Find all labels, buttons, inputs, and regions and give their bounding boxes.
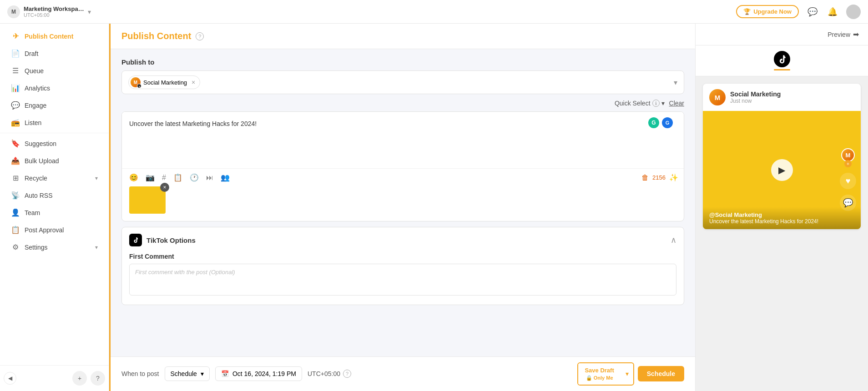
publish-to-chevron-icon: ▾ <box>674 78 677 87</box>
sidebar-item-queue[interactable]: ☰ Queue <box>4 62 105 79</box>
grammarly-icon[interactable]: G <box>648 117 659 128</box>
post-side-actions: M + ♥ 💬 <box>840 148 856 211</box>
workspace-timezone: UTC+05:00 <box>24 12 84 18</box>
messages-icon[interactable]: 💬 <box>806 5 819 18</box>
preview-content: M Social Marketing Just now ▶ M + <box>696 76 868 391</box>
help-icon[interactable]: ? <box>196 32 204 40</box>
play-button[interactable]: ▶ <box>771 159 793 181</box>
help-button[interactable]: ? <box>91 371 105 386</box>
timezone-display: UTC+05:00 ? <box>308 370 351 378</box>
timezone-help-icon[interactable]: ? <box>343 370 351 378</box>
quick-select-chevron-icon: ▾ <box>661 100 665 107</box>
sidebar-item-label-engage: Engage <box>25 102 46 109</box>
topbar-right: 🏆 Upgrade Now 💬 🔔 <box>736 5 861 19</box>
like-button[interactable]: ♥ <box>840 173 856 189</box>
publish-to-tags: M ● Social Marketing × <box>128 75 200 89</box>
sidebar-item-recycle[interactable]: ⊞ Recycle ▾ <box>4 170 105 186</box>
schedule-select[interactable]: Schedule ▾ <box>165 366 210 381</box>
tag-close-button[interactable]: × <box>192 79 195 86</box>
schedule-tool-button[interactable]: 🕐 <box>188 171 201 184</box>
team-mention-button[interactable]: 👥 <box>219 171 232 184</box>
tiktok-options-header[interactable]: TikTok Options ∧ <box>122 227 684 253</box>
tiktok-tab-icon <box>774 51 790 67</box>
platform-tabs <box>696 45 868 76</box>
quick-select-button[interactable]: Quick Select ℹ ▾ <box>615 100 665 107</box>
save-draft-button[interactable]: Save Draft 🔒 Only Me <box>578 363 620 385</box>
delete-icon[interactable]: 🗑 <box>641 174 649 182</box>
tag-avatar: M ● <box>131 77 141 87</box>
sidebar-item-label-suggestion: Suggestion <box>25 140 56 147</box>
schedule-button[interactable]: Schedule <box>638 366 684 381</box>
tiktok-header-left: TikTok Options <box>129 234 196 246</box>
platform-tab-tiktok[interactable] <box>768 49 796 72</box>
preview-panel: Preview ➡ M Social Marketing <box>695 24 868 391</box>
sidebar-item-label-publish: Publish Content <box>25 33 73 40</box>
sidebar-item-engage[interactable]: 💬 Engage <box>4 97 105 114</box>
quick-select-info-icon: ℹ <box>652 100 660 107</box>
sidebar: ✈ Publish Content 📄 Draft ☰ Queue 📊 Anal… <box>0 0 109 391</box>
workspace-chevron-icon[interactable]: ▾ <box>88 8 91 15</box>
preview-arrow-icon: ➡ <box>853 30 859 39</box>
sidebar-item-approval[interactable]: 📋 Post Approval <box>4 221 105 238</box>
sidebar-item-analytics[interactable]: 📊 Analytics <box>4 80 105 96</box>
ai-enhance-button[interactable]: ✨ <box>669 173 678 182</box>
sidebar-item-draft[interactable]: 📄 Draft <box>4 45 105 62</box>
tag-social-marketing: M ● Social Marketing × <box>128 75 200 89</box>
sidebar-bottom: ◀ + ? <box>0 365 109 391</box>
image-button[interactable]: 📷 <box>144 171 156 184</box>
nav-section: ✈ Publish Content 📄 Draft ☰ Queue 📊 Anal… <box>0 24 109 365</box>
sidebar-collapse-button[interactable]: ◀ <box>4 372 16 385</box>
settings-icon: ⚙ <box>11 243 20 251</box>
tag-badge: ● <box>137 84 141 88</box>
sidebar-item-publish[interactable]: ✈ Publish Content <box>4 28 105 45</box>
post-author-avatar: M <box>709 89 726 105</box>
sidebar-item-bulk[interactable]: 📤 Bulk Upload <box>4 152 105 169</box>
arrow-tool-button[interactable]: ⏭ <box>204 172 215 184</box>
lock-icon: 🔒 <box>586 375 592 381</box>
post-overlay-text: Uncover the latest Marketing Hacks for 2… <box>709 218 854 225</box>
date-picker-button[interactable]: 📅 Oct 16, 2024, 1:19 PM <box>215 366 302 381</box>
upgrade-button[interactable]: 🏆 Upgrade Now <box>736 5 799 18</box>
sidebar-item-team[interactable]: 👤 Team <box>4 204 105 221</box>
text-editor-box: G G Uncover the latest Marketing Hacks f… <box>121 111 684 221</box>
media-thumbnail <box>129 186 166 214</box>
post-media-inner: ▶ M + ♥ 💬 @Social Marketing U <box>703 111 861 229</box>
bottom-right-actions: Save Draft 🔒 Only Me ▾ Schedule <box>577 362 684 386</box>
user-avatar[interactable] <box>846 5 861 19</box>
grammar-check-icon[interactable]: G <box>662 117 673 128</box>
sidebar-item-settings[interactable]: ⚙ Settings ▾ <box>4 239 105 256</box>
preview-button[interactable]: Preview ➡ <box>818 24 868 45</box>
bulk-icon: 📤 <box>11 156 20 165</box>
media-remove-button[interactable]: × <box>160 183 169 192</box>
post-user-plus-icon[interactable]: + <box>844 160 852 167</box>
timezone-text: UTC+05:00 <box>308 370 340 377</box>
sidebar-item-label-queue: Queue <box>25 67 44 75</box>
quick-select-label-text: Quick Select <box>615 100 651 107</box>
save-draft-label: Save Draft <box>585 367 614 375</box>
add-button[interactable]: + <box>72 371 87 386</box>
queue-icon: ☰ <box>11 66 20 75</box>
rss-icon: 📡 <box>11 191 20 200</box>
sidebar-item-label-team: Team <box>25 209 40 216</box>
main-wrapper: Publish Content ? Publish to M ● Social <box>109 24 868 391</box>
publish-to-selector[interactable]: M ● Social Marketing × ▾ <box>121 70 684 94</box>
publish-icon: ✈ <box>11 32 20 40</box>
preview-header: Preview ➡ <box>696 24 868 45</box>
notifications-icon[interactable]: 🔔 <box>826 5 839 18</box>
tiktok-collapse-button[interactable]: ∧ <box>671 235 676 245</box>
clear-button[interactable]: Clear <box>669 100 684 107</box>
quick-select-bar: Quick Select ℹ ▾ Clear <box>121 100 684 107</box>
emoji-button[interactable]: 😊 <box>127 171 140 184</box>
tag-name: Social Marketing <box>143 79 187 86</box>
topbar: M Marketing Workspa… UTC+05:00 ▾ 🏆 Upgra… <box>0 0 868 24</box>
hashtag-button[interactable]: # <box>160 172 168 184</box>
sidebar-item-listen[interactable]: 📻 Listen <box>4 114 105 131</box>
first-comment-input[interactable] <box>129 264 676 296</box>
draft-save-button[interactable]: 📋 <box>172 171 184 184</box>
media-preview: × <box>129 186 166 214</box>
save-draft-dropdown-button[interactable]: ▾ <box>621 366 633 381</box>
sidebar-item-rss[interactable]: 📡 Auto RSS <box>4 187 105 204</box>
tiktok-options-label: TikTok Options <box>146 236 196 244</box>
sidebar-item-suggestion[interactable]: 🔖 Suggestion <box>4 135 105 152</box>
editor-panel: Publish to M ● Social Marketing × ▾ <box>111 49 695 356</box>
